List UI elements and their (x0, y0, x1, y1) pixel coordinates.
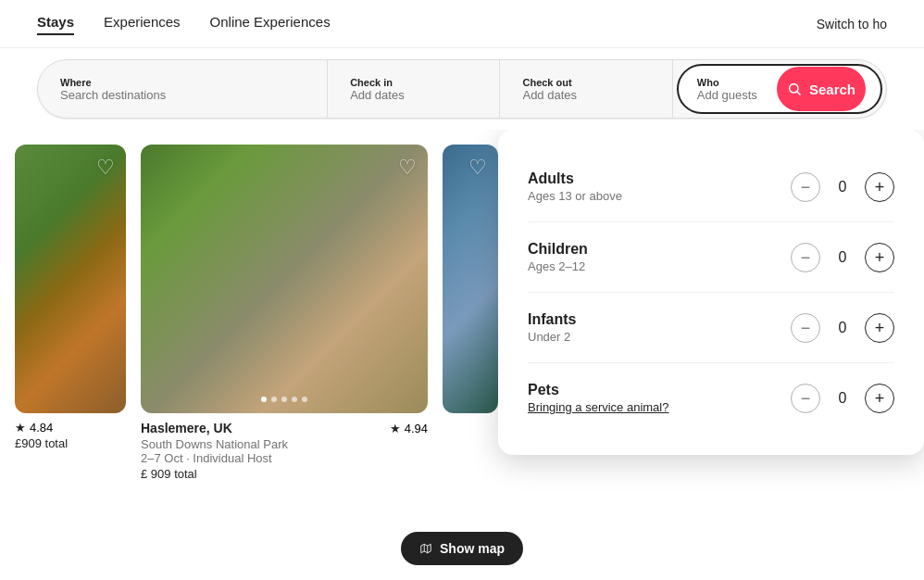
infants-decrease-button[interactable]: − (791, 313, 820, 343)
adults-info: Adults Ages 13 or above (528, 170, 622, 203)
dot-3 (281, 397, 287, 402)
infants-controls: − 0 + (791, 313, 894, 343)
children-count: 0 (831, 249, 854, 266)
where-value: Search destinations (60, 88, 305, 102)
pets-label: Pets (528, 382, 668, 398)
top-nav: Stays Experiences Online Experiences Swi… (0, 0, 924, 48)
search-bar-container: Where Search destinations Check in Add d… (0, 48, 924, 130)
rating-value-1: 4.84 (30, 421, 53, 435)
rating-value-2: 4.94 (405, 422, 428, 435)
children-age: Ages 2–12 (528, 259, 588, 273)
where-label: Where (60, 77, 305, 88)
card-3: ♡ (443, 145, 498, 580)
children-increase-button[interactable]: + (865, 243, 894, 272)
search-bar: Where Search destinations Check in Add d… (37, 59, 887, 119)
children-decrease-button[interactable]: − (791, 243, 820, 272)
pets-decrease-button[interactable]: − (791, 384, 820, 413)
svg-line-1 (797, 92, 800, 95)
favorite-button-1[interactable]: ♡ (96, 156, 115, 180)
infants-info: Infants Under 2 (528, 311, 576, 344)
favorite-button-3[interactable]: ♡ (468, 156, 487, 180)
show-map-label: Show map (440, 541, 505, 556)
adults-increase-button[interactable]: + (865, 172, 894, 202)
card-subtitle-2: South Downs National Park (141, 437, 428, 451)
adults-label: Adults (528, 170, 622, 187)
checkout-value: Add dates (522, 88, 649, 102)
star-icon-1: ★ (15, 421, 26, 435)
adults-row: Adults Ages 13 or above − 0 + (528, 152, 894, 222)
card-1: ♡ ★ 4.84 £909 total (15, 145, 126, 580)
card-date-2: 2–7 Oct · Individual Host (141, 451, 428, 465)
dot-5 (302, 397, 307, 402)
who-label: Who (697, 77, 757, 88)
pets-info: Pets Bringing a service animal? (528, 382, 668, 414)
children-row: Children Ages 2–12 − 0 + (528, 222, 894, 293)
card-price-2: £ 909 total (141, 467, 428, 481)
star-icon-2: ★ (390, 422, 401, 435)
pets-count: 0 (831, 390, 854, 407)
card-rating-1: ★ 4.84 (15, 421, 126, 435)
infants-increase-button[interactable]: + (865, 313, 894, 343)
infants-row: Infants Under 2 − 0 + (528, 293, 894, 363)
adults-controls: − 0 + (791, 172, 894, 202)
card-info-1: ★ 4.84 £909 total (15, 413, 126, 450)
card-info-2: Haslemere, UK ★ 4.94 South Downs Nationa… (141, 413, 428, 481)
children-info: Children Ages 2–12 (528, 241, 588, 273)
show-map-button[interactable]: Show map (401, 532, 523, 565)
infants-label: Infants (528, 311, 576, 328)
adults-count: 0 (831, 179, 854, 195)
checkout-label: Check out (522, 77, 649, 88)
adults-decrease-button[interactable]: − (791, 172, 820, 202)
tab-experiences[interactable]: Experiences (104, 14, 181, 33)
nav-tabs: Stays Experiences Online Experiences (37, 14, 331, 33)
infants-count: 0 (831, 320, 854, 336)
guest-dropdown: Adults Ages 13 or above − 0 + Children A… (498, 130, 924, 455)
card-title-2: Haslemere, UK (141, 421, 232, 435)
pets-row: Pets Bringing a service animal? − 0 + (528, 363, 894, 433)
card-title-row-2: Haslemere, UK ★ 4.94 (141, 421, 428, 435)
card-image-2: ♡ (141, 145, 428, 413)
cards-strip: ♡ ★ 4.84 £909 total ♡ (0, 130, 498, 580)
dot-2 (271, 397, 277, 402)
who-section[interactable]: Who Add guests Search (677, 64, 882, 114)
pets-controls: − 0 + (791, 384, 894, 413)
checkin-label: Check in (350, 77, 477, 88)
card-rating-2: ★ 4.94 (390, 422, 428, 435)
service-animal-link[interactable]: Bringing a service animal? (528, 400, 668, 414)
search-button-label: Search (809, 82, 855, 97)
checkin-value: Add dates (350, 88, 477, 102)
where-section[interactable]: Where Search destinations (38, 60, 328, 118)
card-image-1: ♡ (15, 145, 126, 413)
checkin-section[interactable]: Check in Add dates (328, 60, 500, 118)
card-2: ♡ Haslemere, UK ★ 4.94 South Do (141, 145, 428, 580)
children-label: Children (528, 241, 588, 258)
search-icon (787, 82, 802, 96)
search-button[interactable]: Search (777, 67, 866, 111)
who-value: Add guests (697, 88, 757, 102)
tab-stays[interactable]: Stays (37, 14, 74, 33)
favorite-button-2[interactable]: ♡ (398, 156, 417, 180)
tab-online-experiences[interactable]: Online Experiences (210, 14, 331, 33)
children-controls: − 0 + (791, 243, 894, 272)
checkout-section[interactable]: Check out Add dates (500, 60, 672, 118)
map-icon (419, 542, 432, 555)
image-dots-2 (261, 397, 307, 402)
card-price-1: £909 total (15, 436, 126, 450)
dot-1 (261, 397, 267, 402)
infants-age: Under 2 (528, 330, 576, 344)
adults-age: Ages 13 or above (528, 189, 622, 203)
pets-service-animal: Bringing a service animal? (528, 400, 668, 414)
card-image-3: ♡ (443, 145, 498, 413)
switch-host-button[interactable]: Switch to ho (817, 17, 887, 32)
pets-increase-button[interactable]: + (865, 384, 894, 413)
dot-4 (292, 397, 297, 402)
content-area: ♡ ★ 4.84 £909 total ♡ (0, 130, 924, 580)
